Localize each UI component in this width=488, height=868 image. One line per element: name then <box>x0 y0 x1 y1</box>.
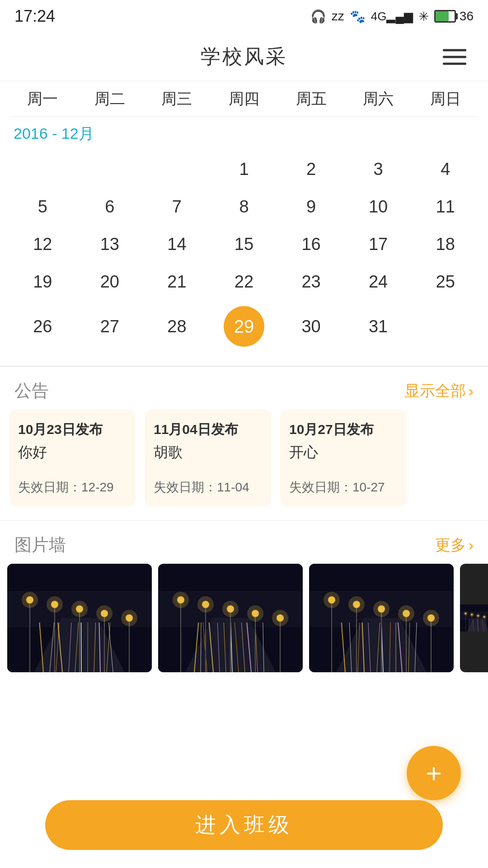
enter-class-button[interactable]: 进入班级 <box>45 800 443 850</box>
svg-point-59 <box>272 610 288 626</box>
svg-point-89 <box>423 610 439 626</box>
calendar-day: 0 <box>172 160 182 179</box>
calendar-day[interactable]: 4 <box>435 156 455 183</box>
calendar-day[interactable]: 29 <box>224 306 264 347</box>
menu-button[interactable] <box>439 45 470 68</box>
app-header: 学校风采 <box>0 33 488 81</box>
cal-cell-wrapper: 0 <box>9 151 76 188</box>
cal-cell-wrapper[interactable]: 23 <box>277 263 345 301</box>
cal-cell-wrapper[interactable]: 3 <box>345 151 412 188</box>
cal-cell-wrapper[interactable]: 18 <box>412 226 479 263</box>
cal-cell-wrapper[interactable]: 21 <box>143 263 211 301</box>
announcement-content: 开心 <box>289 443 398 462</box>
calendar-day[interactable]: 24 <box>363 269 393 295</box>
cal-cell-wrapper[interactable]: 5 <box>9 188 76 226</box>
calendar-day[interactable]: 26 <box>28 313 57 340</box>
announcement-card[interactable]: 10月23日发布你好失效日期：12-29 <box>9 410 136 507</box>
cal-cell-wrapper[interactable]: 11 <box>412 188 479 226</box>
calendar-month-label: 2016 - 12月 <box>9 117 479 151</box>
announcement-card[interactable]: 10月27日发布开心失效日期：10-27 <box>280 410 407 507</box>
photo-item[interactable] <box>309 564 454 672</box>
cal-cell-wrapper[interactable]: 6 <box>76 188 144 226</box>
paw-icon: 🐾 <box>350 9 366 24</box>
calendar-day[interactable]: 19 <box>28 269 57 295</box>
calendar-day[interactable]: 14 <box>162 231 192 258</box>
sleep-icon: zz <box>332 9 344 24</box>
cal-cell-wrapper[interactable]: 7 <box>143 188 211 226</box>
calendar-day[interactable]: 15 <box>229 231 259 258</box>
cal-cell-wrapper[interactable]: 2 <box>277 151 345 188</box>
svg-point-56 <box>247 605 263 622</box>
calendar-day: 0 <box>105 160 114 179</box>
cal-cell-wrapper[interactable]: 19 <box>9 263 76 301</box>
cal-cell-wrapper[interactable]: 8 <box>211 188 278 226</box>
battery-percent: 36 <box>460 9 474 24</box>
cal-cell-wrapper[interactable]: 12 <box>9 226 76 263</box>
calendar-day[interactable]: 25 <box>431 269 460 295</box>
calendar-day[interactable]: 7 <box>167 193 187 220</box>
cal-cell-wrapper[interactable]: 4 <box>412 151 479 188</box>
calendar-day[interactable]: 27 <box>95 313 125 340</box>
cal-cell-wrapper[interactable]: 9 <box>277 188 345 226</box>
weekday-cell: 周四 <box>211 89 278 109</box>
cal-cell-wrapper[interactable]: 15 <box>211 226 278 263</box>
calendar-day[interactable]: 10 <box>363 193 393 220</box>
cal-cell-wrapper[interactable]: 13 <box>76 226 144 263</box>
cal-cell-wrapper[interactable]: 17 <box>345 226 412 263</box>
photo-wall-header: 图片墙 更多 › <box>0 521 488 564</box>
weekday-cell: 周三 <box>143 89 211 109</box>
calendar-day[interactable]: 12 <box>28 231 57 258</box>
calendar-day[interactable]: 30 <box>296 313 326 340</box>
weekday-cell: 周二 <box>76 89 144 109</box>
calendar-day[interactable]: 31 <box>363 313 393 340</box>
calendar-day[interactable]: 18 <box>431 231 460 258</box>
calendar-day[interactable]: 16 <box>296 231 326 258</box>
photo-item[interactable] <box>7 564 152 672</box>
cal-cell-wrapper[interactable]: 29 <box>211 301 278 352</box>
cal-cell-wrapper[interactable]: 30 <box>277 301 345 352</box>
calendar-day[interactable]: 8 <box>234 193 254 220</box>
show-all-button[interactable]: 显示全部 › <box>404 381 474 401</box>
cal-cell-wrapper[interactable]: 22 <box>211 263 278 301</box>
calendar-day[interactable]: 23 <box>296 269 326 295</box>
calendar-day[interactable]: 5 <box>33 193 53 220</box>
calendar-day[interactable]: 17 <box>363 231 393 258</box>
calendar-day[interactable]: 20 <box>95 269 125 295</box>
calendar-day[interactable]: 28 <box>162 313 192 340</box>
cal-cell-wrapper[interactable]: 10 <box>345 188 412 226</box>
cal-cell-wrapper[interactable]: 28 <box>143 301 211 352</box>
announcement-card[interactable]: 11月04日发布胡歌失效日期：11-04 <box>145 410 271 507</box>
calendar-day[interactable]: 11 <box>431 193 460 220</box>
svg-point-17 <box>22 592 38 608</box>
cal-cell-wrapper[interactable]: 14 <box>143 226 211 263</box>
calendar-day[interactable]: 1 <box>234 156 254 183</box>
cal-cell-wrapper: 0 <box>76 151 144 188</box>
cal-cell-wrapper[interactable]: 24 <box>345 263 412 301</box>
cal-cell-wrapper[interactable]: 25 <box>412 263 479 301</box>
calendar-day[interactable]: 13 <box>95 231 125 258</box>
calendar-grid: 0001234567891011121314151617181920212223… <box>9 151 479 352</box>
photo-wall-section: 图片墙 更多 › <box>0 520 488 681</box>
cal-cell-wrapper[interactable]: 31 <box>345 301 412 352</box>
calendar-day[interactable]: 3 <box>368 156 389 183</box>
svg-point-53 <box>222 601 239 617</box>
photo-item[interactable] <box>460 564 488 672</box>
photo-more-chevron: › <box>469 536 474 554</box>
fab-button[interactable]: + <box>407 746 461 800</box>
calendar-day[interactable]: 2 <box>301 156 321 183</box>
cal-cell-wrapper[interactable]: 26 <box>9 301 76 352</box>
cal-cell-wrapper[interactable]: 1 <box>211 151 278 188</box>
calendar-day[interactable]: 21 <box>162 269 192 295</box>
cal-cell-wrapper: 0 <box>412 301 479 352</box>
cal-cell-wrapper[interactable]: 20 <box>76 263 144 301</box>
photo-more-button[interactable]: 更多 › <box>435 535 474 556</box>
calendar-day: 0 <box>441 317 450 336</box>
calendar-weekdays: 周一周二周三周四周五周六周日 <box>9 81 479 117</box>
photo-item[interactable] <box>158 564 303 672</box>
calendar-day[interactable]: 9 <box>301 193 321 220</box>
cal-cell-wrapper[interactable]: 16 <box>277 226 345 263</box>
cal-cell-wrapper[interactable]: 27 <box>76 301 144 352</box>
calendar-day[interactable]: 6 <box>99 193 120 220</box>
headphone-icon: 🎧 <box>310 9 326 24</box>
calendar-day[interactable]: 22 <box>229 269 259 295</box>
